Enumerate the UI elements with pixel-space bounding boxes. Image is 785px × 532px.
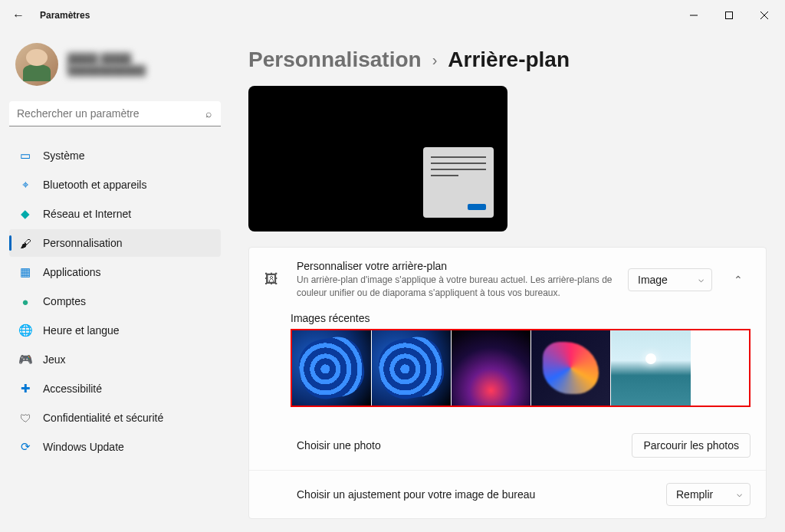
search-input[interactable] — [9, 101, 221, 126]
bluetooth-icon: ⌖ — [18, 178, 32, 192]
display-icon: ▭ — [18, 149, 32, 163]
sidebar-item-label: Windows Update — [43, 441, 124, 453]
back-button[interactable]: ← — [3, 0, 34, 31]
sidebar-item-label: Système — [43, 149, 84, 162]
desktop-preview — [248, 86, 507, 232]
sidebar-item-label: Comptes — [43, 295, 86, 307]
sidebar-item-label: Applications — [43, 266, 101, 278]
sidebar-item-label: Bluetooth et appareils — [43, 179, 146, 191]
sidebar-item-label: Jeux — [43, 353, 66, 366]
recent-image-2[interactable] — [372, 330, 452, 406]
sidebar-item-accessibility[interactable]: ✚Accessibilité — [9, 375, 221, 402]
sidebar-item-bluetooth[interactable]: ⌖Bluetooth et appareils — [9, 171, 221, 199]
page-title: Arrière-plan — [448, 48, 570, 72]
sidebar-item-update[interactable]: ⟳Windows Update — [9, 433, 221, 461]
svg-rect-1 — [726, 12, 733, 19]
sidebar-item-label: Heure et langue — [43, 324, 120, 337]
brush-icon: 🖌 — [18, 236, 32, 250]
personalize-title: Personnaliser votre arrière-plan — [297, 260, 614, 272]
wifi-icon: ◆ — [18, 207, 32, 221]
gamepad-icon: 🎮 — [18, 353, 32, 366]
background-type-dropdown[interactable]: Image — [628, 268, 712, 291]
sidebar-item-privacy[interactable]: 🛡Confidentialité et sécurité — [9, 404, 221, 432]
user-email: ████████████ — [67, 65, 146, 76]
sidebar-item-gaming[interactable]: 🎮Jeux — [9, 346, 221, 373]
globe-icon: 🌐 — [18, 323, 32, 337]
recent-images-row — [291, 329, 751, 407]
sidebar-item-accounts[interactable]: ●Comptes — [9, 287, 221, 315]
sidebar-item-time[interactable]: 🌐Heure et langue — [9, 317, 221, 344]
recent-image-3[interactable] — [452, 330, 531, 406]
breadcrumb: Personnalisation › Arrière-plan — [248, 31, 767, 86]
avatar — [15, 43, 58, 86]
browse-photos-button[interactable]: Parcourir les photos — [632, 433, 751, 458]
sidebar-item-label: Confidentialité et sécurité — [43, 412, 163, 424]
recent-image-1[interactable] — [292, 330, 372, 406]
user-profile[interactable]: ████ ████ ████████████ — [9, 31, 221, 101]
chevron-right-icon: › — [432, 51, 438, 69]
window-title: Paramètres — [40, 10, 90, 21]
apps-icon: ▦ — [18, 265, 32, 279]
sidebar-item-label: Réseau et Internet — [43, 208, 131, 220]
user-name: ████ ████ — [67, 53, 146, 65]
accessibility-icon: ✚ — [18, 382, 32, 396]
recent-images-title: Images récentes — [291, 312, 751, 324]
image-icon: 🖼 — [264, 271, 283, 287]
sidebar-item-system[interactable]: ▭Système — [9, 142, 221, 169]
update-icon: ⟳ — [18, 440, 32, 454]
recent-image-4[interactable] — [531, 330, 611, 406]
sidebar-item-label: Personnalisation — [43, 237, 123, 249]
sidebar-item-apps[interactable]: ▦Applications — [9, 258, 221, 286]
choose-photo-label: Choisir une photo — [297, 439, 618, 452]
fit-dropdown[interactable]: Remplir — [666, 483, 751, 506]
breadcrumb-parent[interactable]: Personnalisation — [248, 48, 422, 72]
recent-image-5[interactable] — [611, 330, 691, 406]
fit-label: Choisir un ajustement pour votre image d… — [297, 488, 652, 501]
maximize-button[interactable] — [711, 0, 747, 31]
sidebar-item-network[interactable]: ◆Réseau et Internet — [9, 200, 221, 228]
collapse-button[interactable]: ⌃ — [726, 274, 751, 286]
close-button[interactable] — [747, 0, 782, 31]
search-icon: ⌕ — [205, 107, 212, 120]
shield-icon: 🛡 — [18, 411, 32, 425]
personalize-desc: Un arrière-plan d'image s'applique à vot… — [297, 274, 614, 300]
sidebar-item-personalization[interactable]: 🖌Personnalisation — [9, 229, 221, 257]
preview-window — [423, 147, 494, 218]
sidebar-item-label: Accessibilité — [43, 383, 102, 395]
person-icon: ● — [18, 294, 32, 308]
minimize-button[interactable] — [676, 0, 711, 31]
